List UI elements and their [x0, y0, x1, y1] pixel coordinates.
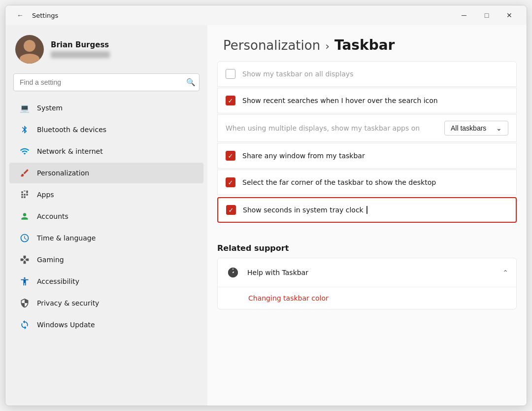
checkbox-all-displays[interactable] — [226, 69, 235, 79]
setting-row[interactable]: Show my taskbar on all displays — [217, 61, 517, 87]
checkbox-share-window[interactable]: ✓ — [226, 151, 235, 161]
sidebar-item-label: Bluetooth & devices — [37, 126, 106, 134]
checkbox-show-seconds[interactable]: ✓ — [226, 205, 236, 215]
sidebar-item-network[interactable]: Network & internet — [9, 141, 203, 162]
gaming-icon — [19, 254, 30, 265]
content-area: Personalization › Taskbar Show my taskba… — [207, 25, 527, 406]
user-email-blurred — [51, 51, 110, 58]
sidebar-item-update[interactable]: Windows Update — [9, 314, 203, 335]
close-button[interactable]: ✕ — [498, 7, 521, 23]
sidebar-item-label: Accounts — [37, 212, 68, 220]
dropdown-chevron-icon: ⌄ — [496, 124, 502, 132]
setting-label: Show seconds in system tray clock — [243, 206, 370, 214]
system-icon: 💻 — [19, 103, 30, 113]
support-chevron-icon: ⌃ — [502, 269, 508, 276]
sidebar-item-apps[interactable]: Apps — [9, 184, 203, 205]
sidebar-item-label: System — [37, 104, 63, 112]
sidebar-item-label: Windows Update — [37, 321, 95, 329]
main-layout: Brian Burgess 🔍 💻 System Bluetooth & dev… — [5, 25, 527, 406]
setting-label: Select the far corner of the taskbar to … — [242, 178, 508, 186]
setting-label: Show recent searches when I hover over t… — [242, 97, 508, 104]
sidebar-item-label: Gaming — [37, 256, 64, 264]
setting-label: Show my taskbar on all displays — [242, 70, 508, 78]
support-link-row: Changing taskbar color — [218, 287, 516, 309]
help-taskbar-label: Help with Taskbar — [247, 269, 496, 276]
privacy-icon — [19, 298, 30, 308]
back-button[interactable]: ← — [13, 8, 27, 22]
setting-row[interactable]: ✓ Show recent searches when I hover over… — [217, 88, 517, 113]
settings-list: Show my taskbar on all displays ✓ Show r… — [207, 61, 527, 234]
network-icon — [19, 146, 30, 157]
accessibility-icon — [19, 276, 30, 287]
user-info: Brian Burgess — [51, 40, 110, 58]
related-support-title: Related support — [207, 234, 527, 258]
title-bar: ← Settings ─ □ ✕ — [5, 5, 527, 25]
sidebar-item-label: Accessibility — [37, 277, 79, 285]
breadcrumb-current: Taskbar — [334, 37, 395, 53]
text-cursor — [366, 206, 370, 214]
user-section: Brian Burgess — [5, 25, 207, 71]
support-row-help-taskbar[interactable]: Help with Taskbar ⌃ — [218, 258, 516, 287]
sidebar-item-accessibility[interactable]: Accessibility — [9, 271, 203, 292]
support-card: Help with Taskbar ⌃ Changing taskbar col… — [217, 258, 517, 309]
sidebar-item-label: Network & internet — [37, 147, 103, 155]
dropdown-value: All taskbars — [451, 124, 486, 132]
search-box: 🔍 — [13, 73, 200, 91]
maximize-button[interactable]: □ — [475, 7, 498, 23]
window-title: Settings — [32, 12, 58, 19]
user-name: Brian Burgess — [51, 40, 110, 49]
sidebar-item-system[interactable]: 💻 System — [9, 98, 203, 118]
setting-row-multi-display: When using multiple displays, show my ta… — [217, 114, 517, 142]
breadcrumb-parent[interactable]: Personalization — [223, 38, 320, 53]
accounts-icon — [19, 211, 30, 222]
setting-label: Share any window from my taskbar — [242, 152, 508, 160]
personalization-icon — [19, 168, 30, 178]
breadcrumb: Personalization › Taskbar — [207, 25, 527, 61]
time-icon — [19, 233, 30, 243]
multi-display-dropdown[interactable]: All taskbars ⌄ — [444, 121, 508, 136]
sidebar-item-gaming[interactable]: Gaming — [9, 249, 203, 270]
avatar — [15, 35, 44, 64]
setting-row[interactable]: ✓ Select the far corner of the taskbar t… — [217, 170, 517, 195]
checkbox-far-corner[interactable]: ✓ — [226, 177, 235, 187]
sidebar: Brian Burgess 🔍 💻 System Bluetooth & dev… — [5, 25, 207, 406]
window-controls: ─ □ ✕ — [453, 7, 521, 23]
changing-taskbar-color-link[interactable]: Changing taskbar color — [218, 287, 516, 309]
help-taskbar-icon — [226, 265, 240, 280]
setting-row[interactable]: ✓ Share any window from my taskbar — [217, 143, 517, 169]
sidebar-item-label: Apps — [37, 191, 54, 199]
title-bar-left: ← Settings — [13, 8, 58, 22]
minimize-button[interactable]: ─ — [453, 7, 475, 23]
sidebar-item-label: Personalization — [37, 169, 89, 177]
bluetooth-icon — [19, 124, 30, 135]
settings-window: ← Settings ─ □ ✕ Brian Burgess — [5, 5, 527, 406]
setting-row-show-seconds[interactable]: ✓ Show seconds in system tray clock — [217, 197, 517, 223]
sidebar-item-privacy[interactable]: Privacy & security — [9, 293, 203, 313]
sidebar-item-personalization[interactable]: Personalization — [9, 163, 203, 183]
sidebar-item-label: Privacy & security — [37, 299, 99, 307]
sidebar-item-label: Time & language — [37, 234, 96, 242]
search-input[interactable] — [13, 73, 200, 91]
breadcrumb-chevron: › — [325, 40, 330, 52]
multi-display-label: When using multiple displays, show my ta… — [226, 124, 437, 132]
sidebar-item-bluetooth[interactable]: Bluetooth & devices — [9, 119, 203, 140]
update-icon — [19, 319, 30, 330]
apps-icon — [19, 189, 30, 200]
sidebar-item-accounts[interactable]: Accounts — [9, 206, 203, 227]
checkbox-recent-searches[interactable]: ✓ — [226, 96, 235, 105]
sidebar-item-time[interactable]: Time & language — [9, 228, 203, 248]
